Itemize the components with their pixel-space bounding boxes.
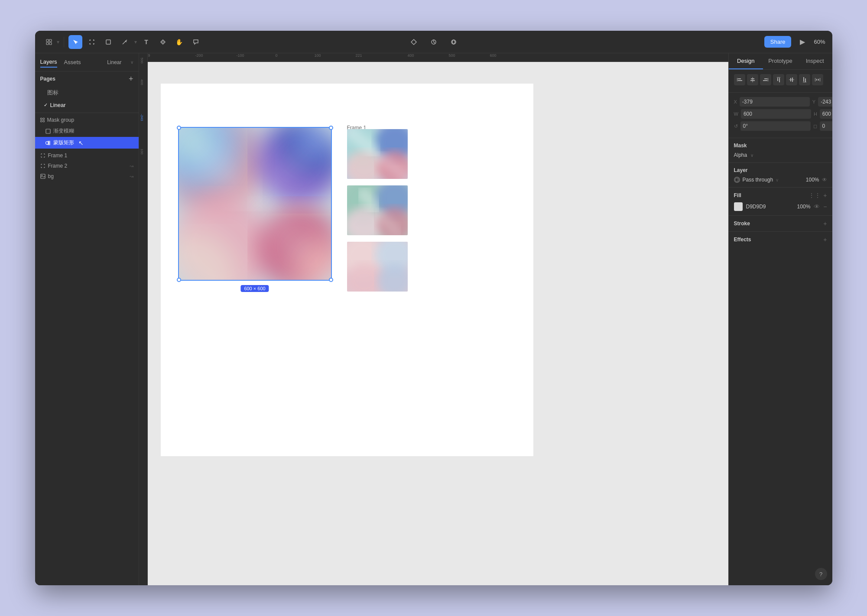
frame-tool[interactable] xyxy=(85,35,99,49)
svg-rect-80 xyxy=(789,80,794,80)
page-icon-item[interactable]: 图标 xyxy=(35,86,139,99)
mask-row: Alpha ∨ xyxy=(734,152,827,158)
canvas-bg: 600 × 600 Frame 1 xyxy=(148,62,728,585)
fill-remove[interactable]: − xyxy=(823,203,827,210)
handle-tl[interactable] xyxy=(177,126,181,130)
layer-gradient-rect[interactable]: 渐变模糊 xyxy=(35,125,139,137)
component-tool[interactable] xyxy=(156,35,170,49)
layer-blend-row: Pass through ∨ 100% 👁 xyxy=(734,177,827,183)
pen-tool[interactable] xyxy=(118,35,132,49)
collapse-icon[interactable]: ∨ xyxy=(130,60,133,65)
plugin-icon[interactable] xyxy=(427,35,441,49)
h-input[interactable] xyxy=(820,109,832,119)
layer-bg[interactable]: bg ↝ xyxy=(35,171,139,182)
zoom-indicator[interactable]: 60% xyxy=(814,39,825,45)
x-input[interactable] xyxy=(740,97,810,107)
play-button[interactable]: ▶ xyxy=(796,35,809,49)
corner-input[interactable] xyxy=(820,121,832,131)
image-icon xyxy=(40,174,45,179)
fill-hex[interactable]: D9D9D9 xyxy=(746,204,794,210)
layer-frame2[interactable]: Frame 2 ↝ xyxy=(35,161,139,171)
ruler-mark-neg100: -100 xyxy=(237,53,244,58)
canvas-area[interactable]: -379 -200 -100 0 100 221 400 500 600 500… xyxy=(139,53,728,585)
selected-element[interactable]: 600 × 600 xyxy=(178,127,332,281)
distribute-h[interactable] xyxy=(812,74,823,85)
move-tool[interactable] xyxy=(68,35,82,49)
page-linear-item[interactable]: Linear xyxy=(35,99,139,111)
pages-header: Pages + xyxy=(35,71,139,86)
fill-opacity[interactable]: 100% xyxy=(797,204,811,210)
layer-mask-rect[interactable]: 蒙版矩形 ↖ xyxy=(35,137,139,149)
align-center-v[interactable] xyxy=(747,74,758,85)
blend-mode-label[interactable]: Pass through xyxy=(743,177,773,183)
prototype-tab[interactable]: Prototype xyxy=(763,53,798,69)
share-button[interactable]: Share xyxy=(764,36,792,48)
bg-overflow-icon: ↝ xyxy=(130,174,133,179)
add-page-button[interactable]: + xyxy=(129,75,133,83)
theme-icon[interactable] xyxy=(447,35,461,49)
component-center-icon[interactable] xyxy=(407,35,421,49)
layer-mask-label: 蒙版矩形 xyxy=(53,139,74,146)
layers-tab[interactable]: Layers xyxy=(40,57,57,68)
fill-grid-btn[interactable]: ⋮⋮ xyxy=(809,192,821,199)
fill-visibility[interactable]: 👁 xyxy=(814,203,820,210)
x-label: X xyxy=(734,99,737,104)
align-row-1 xyxy=(734,74,827,85)
design-tab[interactable]: Design xyxy=(729,53,763,69)
y-input[interactable] xyxy=(818,97,832,107)
mask-title: Mask xyxy=(734,143,827,149)
layer-mask-group[interactable]: Mask group xyxy=(35,115,139,125)
pages-label: Pages xyxy=(40,76,55,82)
properties-section: X Y W H ⛓ ↺ ◻ ⤢ xyxy=(729,93,832,138)
handle-bl[interactable] xyxy=(177,278,181,282)
stroke-add-btn[interactable]: + xyxy=(823,220,827,227)
align-section xyxy=(729,70,832,93)
svg-rect-84 xyxy=(803,77,804,81)
shape-tool[interactable] xyxy=(101,35,115,49)
help-button[interactable]: ? xyxy=(815,568,827,580)
w-label: W xyxy=(734,111,738,117)
align-left[interactable] xyxy=(734,74,745,85)
align-center-h[interactable] xyxy=(786,74,797,85)
align-bottom[interactable] xyxy=(799,74,810,85)
ruler-v-400: 400 xyxy=(140,79,144,85)
tool-group-left: ▾ xyxy=(42,35,59,49)
hand-tool[interactable]: ✋ xyxy=(172,35,186,49)
rotation-input[interactable] xyxy=(740,121,811,131)
rotation-label: ↺ xyxy=(734,123,738,129)
svg-rect-69 xyxy=(738,78,741,79)
align-top[interactable] xyxy=(773,74,784,85)
xy-row: X Y xyxy=(734,97,827,107)
layer-frame1[interactable]: Frame 1 xyxy=(35,150,139,161)
effects-add-btn[interactable]: + xyxy=(823,236,827,243)
assets-tab[interactable]: Assets xyxy=(64,57,81,67)
fill-actions: ⋮⋮ + xyxy=(809,192,827,199)
frame2-overflow-icon: ↝ xyxy=(130,163,133,169)
handle-br[interactable] xyxy=(329,278,333,282)
toolbar-center xyxy=(407,35,461,49)
align-right[interactable] xyxy=(760,74,771,85)
grid-tool[interactable] xyxy=(42,35,56,49)
w-input[interactable] xyxy=(741,109,811,119)
fill-add-btn[interactable]: + xyxy=(823,192,827,199)
svg-rect-20 xyxy=(46,129,50,133)
blend-chevron[interactable]: ∨ xyxy=(776,178,779,182)
opacity-value[interactable]: 100% xyxy=(806,177,819,183)
mask-type[interactable]: Alpha xyxy=(734,152,747,158)
fill-row: D9D9D9 100% 👁 − xyxy=(734,202,827,211)
layer-blend-section: Layer Pass through ∨ 100% 👁 xyxy=(729,163,832,188)
svg-rect-71 xyxy=(752,77,753,82)
handle-tr[interactable] xyxy=(329,126,333,130)
svg-rect-86 xyxy=(815,78,815,81)
svg-rect-1 xyxy=(49,39,52,42)
comment-tool[interactable] xyxy=(189,35,203,49)
eye-button[interactable]: 👁 xyxy=(822,177,827,183)
ruler-v-neg100: 100 xyxy=(140,149,144,154)
inspect-tab[interactable]: Inspect xyxy=(798,53,832,69)
mask-chevron[interactable]: ∨ xyxy=(750,153,753,158)
svg-rect-22 xyxy=(48,141,50,145)
layer-frame1-label: Frame 1 xyxy=(48,152,68,159)
fill-color-swatch[interactable] xyxy=(734,202,743,211)
effects-section: Effects + xyxy=(729,232,832,247)
text-tool[interactable]: T xyxy=(140,35,153,49)
